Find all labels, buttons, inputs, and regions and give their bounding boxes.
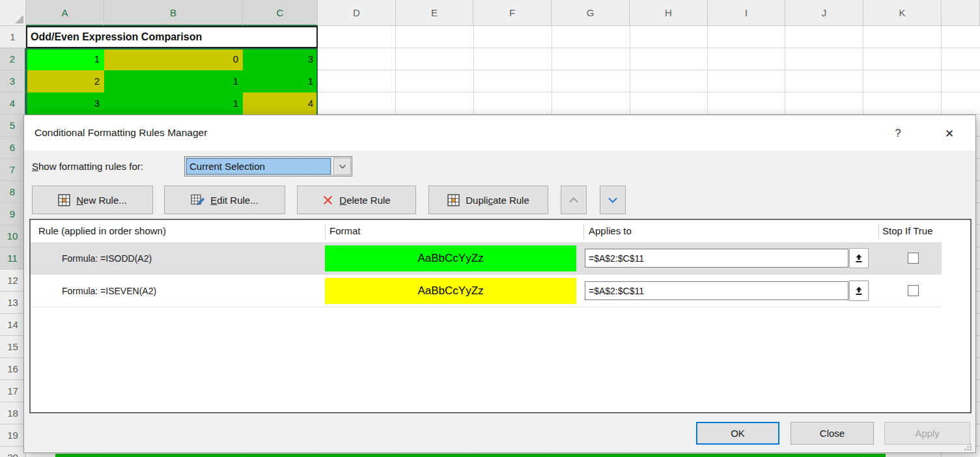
edit-rule-button[interactable]: Edit Rule... <box>164 186 285 214</box>
row-header[interactable]: 18 <box>0 402 26 424</box>
row-header[interactable]: 11 <box>0 247 26 270</box>
column-separator <box>325 224 326 239</box>
duplicate-rule-label: Duplicate Rule <box>466 195 529 206</box>
column-header[interactable]: C <box>243 0 318 26</box>
rule-column-header[interactable]: Rule (applied in order shown) <box>38 220 166 242</box>
range-picker-arrow-icon <box>854 286 863 296</box>
cell-c3[interactable]: 1 <box>243 70 318 92</box>
move-rule-down-button[interactable] <box>600 186 626 214</box>
duplicate-rule-button[interactable]: Duplicate Rule <box>428 186 548 214</box>
access-key: S <box>32 161 38 172</box>
column-header[interactable]: F <box>473 0 552 26</box>
cell-b2[interactable]: 0 <box>104 48 243 70</box>
row-header[interactable]: 17 <box>0 380 26 402</box>
chevron-down-icon <box>339 164 346 169</box>
row-header[interactable]: 12 <box>0 270 26 292</box>
dialog-title: Conditional Formatting Rules Manager <box>35 115 207 150</box>
cell-c4[interactable]: 4 <box>243 92 318 115</box>
applies-to-input[interactable] <box>585 249 848 268</box>
edit-rule-icon <box>191 194 204 206</box>
column-header[interactable]: G <box>552 0 630 26</box>
red-x-icon <box>322 195 333 206</box>
column-header[interactable]: J <box>785 0 863 26</box>
new-rule-button[interactable]: New Rule... <box>32 186 153 214</box>
stop-if-true-column-header[interactable]: Stop If True <box>882 220 933 242</box>
column-header[interactable]: B <box>104 0 243 26</box>
dropdown-selected-value[interactable]: Current Selection <box>186 158 331 175</box>
select-all-triangle-icon <box>15 15 23 23</box>
row-header[interactable]: 19 <box>0 424 26 447</box>
row-header[interactable]: 4 <box>0 92 26 115</box>
conditional-formatting-rules-manager-dialog: Conditional Formatting Rules Manager ? ✕… <box>23 115 976 453</box>
cell-a3[interactable]: 2 <box>26 70 104 92</box>
column-headers: A B C D E F G H I J K <box>26 0 980 26</box>
row-20-partial-cells <box>55 454 886 457</box>
applies-to-input[interactable] <box>585 281 848 300</box>
column-header[interactable] <box>942 0 980 26</box>
row-header[interactable]: 16 <box>0 358 26 380</box>
row-header[interactable]: 13 <box>0 292 26 314</box>
rule-row-isodd[interactable]: Formula: =ISODD(A2) AaBbCcYyZz <box>31 242 942 275</box>
cell-c2[interactable]: 3 <box>243 48 318 70</box>
apply-button[interactable]: Apply <box>884 422 970 445</box>
chevron-up-icon <box>568 197 579 204</box>
chevron-down-icon <box>608 197 618 204</box>
table-grid-icon <box>58 194 70 206</box>
row-header[interactable]: 5 <box>0 115 26 137</box>
dropdown-arrow-button[interactable] <box>333 158 351 175</box>
format-preview-swatch: AaBbCcYyZz <box>325 245 576 271</box>
rule-description: Formula: =ISEVEN(A2) <box>62 275 156 307</box>
delete-rule-button[interactable]: Delete Rule <box>297 186 416 214</box>
range-picker-arrow-icon <box>854 254 863 263</box>
column-separator <box>878 224 879 239</box>
row-header[interactable]: 9 <box>0 203 26 225</box>
column-header[interactable]: A <box>26 0 104 26</box>
close-button[interactable]: Close <box>791 422 874 445</box>
help-icon[interactable]: ? <box>885 120 911 146</box>
table-grid-icon <box>447 194 460 206</box>
rule-description: Formula: =ISODD(A2) <box>62 242 152 275</box>
dialog-titlebar[interactable]: Conditional Formatting Rules Manager ? ✕ <box>24 115 975 150</box>
applies-to-column-header[interactable]: Applies to <box>589 220 632 242</box>
column-header[interactable]: K <box>863 0 942 26</box>
row-header[interactable]: 2 <box>0 48 26 70</box>
column-header[interactable]: I <box>708 0 785 26</box>
column-header[interactable]: E <box>396 0 473 26</box>
rules-list: Rule (applied in order shown) Format App… <box>29 219 972 413</box>
move-rule-up-button[interactable] <box>561 186 587 214</box>
row-header[interactable]: 10 <box>0 225 26 247</box>
cell-b3[interactable]: 1 <box>104 70 243 92</box>
rule-row-iseven[interactable]: Formula: =ISEVEN(A2) AaBbCcYyZz <box>31 275 942 307</box>
excel-window: A B C D E F G H I J K 1 2 3 4 5 6 7 8 9 … <box>0 0 980 457</box>
stop-if-true-checkbox[interactable] <box>908 253 919 264</box>
edit-rule-label: Edit Rule... <box>210 195 258 206</box>
row-header[interactable]: 14 <box>0 314 26 336</box>
stop-if-true-checkbox[interactable] <box>908 285 919 296</box>
row-header[interactable]: 20 <box>0 447 26 457</box>
format-column-header[interactable]: Format <box>329 220 361 242</box>
row-header[interactable]: 1 <box>0 26 26 48</box>
close-icon[interactable]: ✕ <box>934 120 964 146</box>
column-header[interactable]: D <box>318 0 396 26</box>
format-preview-swatch: AaBbCcYyZz <box>325 278 576 304</box>
column-separator <box>583 224 584 239</box>
row-header[interactable]: 8 <box>0 181 26 203</box>
resize-grip[interactable] <box>964 443 972 451</box>
row-header[interactable]: 15 <box>0 336 26 358</box>
show-rules-for-dropdown[interactable]: Current Selection <box>184 156 352 176</box>
cell-a4[interactable]: 3 <box>26 92 104 115</box>
label-rest: how formatting rules for: <box>38 161 143 172</box>
column-header[interactable]: H <box>630 0 708 26</box>
cell-b4[interactable]: 1 <box>104 92 243 115</box>
select-all-button[interactable] <box>0 0 26 26</box>
collapse-range-picker-button[interactable] <box>849 248 869 268</box>
collapse-range-picker-button[interactable] <box>849 281 869 301</box>
row-headers: 1 2 3 4 5 6 7 8 9 10 11 12 13 14 15 16 1… <box>0 26 26 457</box>
cell-a1-title[interactable]: Odd/Even Expression Comparison <box>26 26 318 48</box>
ok-button[interactable]: OK <box>696 422 779 445</box>
row-header[interactable]: 6 <box>0 137 26 159</box>
row-header[interactable]: 3 <box>0 70 26 92</box>
row-header[interactable]: 7 <box>0 159 26 181</box>
cell-a2[interactable]: 1 <box>26 48 104 70</box>
new-rule-label: New Rule... <box>76 195 127 206</box>
